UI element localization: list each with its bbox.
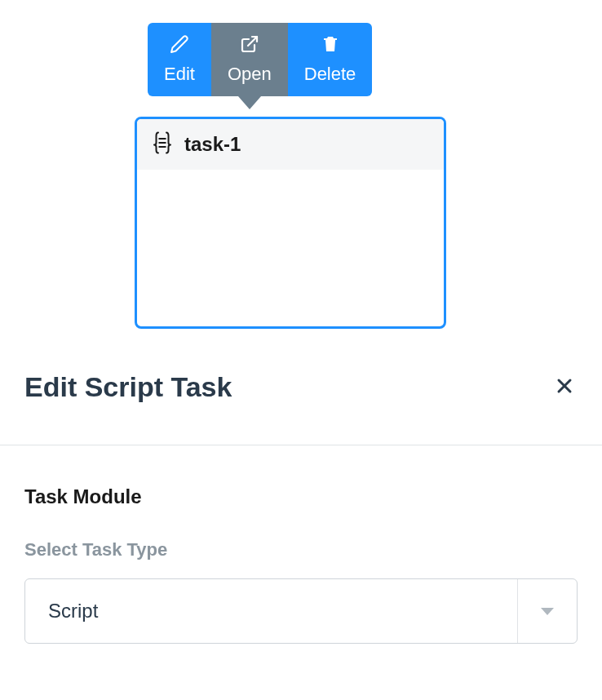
open-button[interactable]: Open [211,23,288,96]
select-arrow-wrap [517,579,554,643]
delete-button[interactable]: Delete [288,23,373,96]
close-icon [555,386,574,398]
trash-icon [321,34,340,59]
task-module-section: Task Module Select Task Type Script [24,485,578,644]
edit-button[interactable]: Edit [148,23,211,96]
delete-button-label: Delete [304,64,356,85]
section-title: Task Module [24,485,578,508]
panel-title: Edit Script Task [24,371,232,403]
task-type-select[interactable]: Script [24,578,578,644]
svg-line-0 [248,37,257,46]
panel-header: Edit Script Task [24,371,578,403]
close-button[interactable] [551,373,578,401]
external-link-icon [240,34,259,59]
divider [0,445,602,445]
script-icon [150,131,175,158]
task-name: task-1 [184,133,241,156]
task-header: task-1 [137,119,444,170]
task-card[interactable]: task-1 [135,117,446,329]
chevron-down-icon [541,608,554,615]
active-indicator-arrow [238,96,261,109]
task-type-label: Select Task Type [24,539,578,560]
open-button-label: Open [228,64,272,85]
pencil-icon [170,34,189,59]
edit-button-label: Edit [164,64,195,85]
task-toolbar: Edit Open Delete [148,23,372,96]
task-type-value: Script [48,600,98,622]
